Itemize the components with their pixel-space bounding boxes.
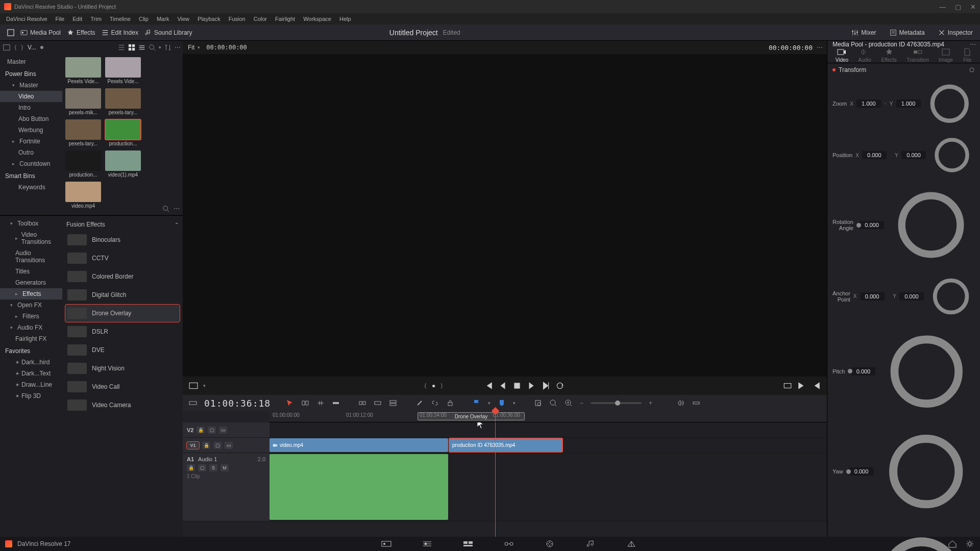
effect-item[interactable]: Binoculars xyxy=(65,231,180,248)
menu-item[interactable]: Edit xyxy=(68,16,86,22)
goto-start-icon[interactable] xyxy=(484,381,493,390)
media-thumb[interactable]: pexels-tary... xyxy=(105,88,141,115)
fx-tree-item[interactable]: Fairlight FX xyxy=(0,333,62,344)
fx-category-header[interactable]: Fusion Effects xyxy=(66,221,105,228)
timeline-view-icon[interactable] xyxy=(189,399,197,407)
menu-item[interactable]: Workspace xyxy=(299,16,335,22)
match-frame-icon[interactable] xyxy=(783,381,792,390)
inspector-tab-audio[interactable]: Audio xyxy=(858,48,871,63)
power-bins-header[interactable]: Power Bins xyxy=(0,67,62,80)
menu-item[interactable]: DaVinci Resolve xyxy=(2,16,52,22)
media-thumb[interactable]: Pexels Vide... xyxy=(105,57,141,84)
solo-button[interactable]: S xyxy=(209,464,217,471)
bin-item[interactable]: ▸Fortnite xyxy=(0,136,62,147)
fx-tree-item[interactable]: Generators xyxy=(0,277,62,288)
media-thumb[interactable]: Pexels Vide... xyxy=(65,57,101,84)
sort-icon[interactable] xyxy=(164,44,172,51)
inspector-tab-image[interactable]: Image xyxy=(939,48,953,63)
deliver-page-icon[interactable] xyxy=(626,540,636,548)
favorite-item[interactable]: ★Dark...hird xyxy=(0,357,62,368)
mixer-toggle[interactable]: Mixer xyxy=(848,28,879,37)
flag-icon[interactable] xyxy=(473,399,481,407)
edit-index-toggle[interactable]: Edit Index xyxy=(99,28,141,37)
viewer-menu-icon[interactable]: ⋯ xyxy=(817,44,822,51)
settings-icon[interactable] xyxy=(965,540,975,548)
bin-item[interactable]: ▸Countdown xyxy=(0,158,62,169)
cut-page-icon[interactable] xyxy=(422,540,432,548)
inspector-tab-video[interactable]: Video xyxy=(836,48,848,63)
effect-item[interactable]: Digital Glitch xyxy=(65,286,180,304)
yaw-input[interactable] xyxy=(849,467,874,475)
zoom-x-input[interactable] xyxy=(856,99,881,108)
loop-icon[interactable] xyxy=(555,381,565,390)
search-icon[interactable] xyxy=(149,44,156,51)
fx-tree-item[interactable]: Titles xyxy=(0,266,62,277)
overwrite-icon[interactable] xyxy=(374,399,382,407)
lock-track-icon[interactable]: 🔒 xyxy=(187,464,195,471)
bin-item[interactable]: Video xyxy=(0,91,62,102)
thumb-view-icon[interactable] xyxy=(128,44,135,51)
timeline-audio-clip[interactable] xyxy=(270,454,448,520)
reset-icon[interactable] xyxy=(887,181,975,269)
fusion-page-icon[interactable] xyxy=(504,540,514,548)
bin-master-root[interactable]: Master xyxy=(0,56,62,67)
insert-icon[interactable] xyxy=(358,399,366,407)
reset-icon[interactable] xyxy=(927,272,975,320)
media-pool-toggle[interactable]: Media Pool xyxy=(17,28,64,37)
zoom-y-input[interactable] xyxy=(896,99,921,108)
track-target-v1[interactable]: V1 xyxy=(187,442,199,449)
fx-tree-item[interactable]: ▾Audio FX xyxy=(0,322,62,333)
viewer-canvas[interactable] xyxy=(183,54,827,377)
menu-item[interactable]: Timeline xyxy=(106,16,135,22)
reset-icon[interactable] xyxy=(878,323,975,420)
effect-item[interactable]: Night Vision xyxy=(65,360,180,377)
fx-tree-item[interactable]: Audio Transitions xyxy=(0,247,62,266)
timeline-timecode[interactable]: 01:00:36:18 xyxy=(204,398,276,409)
menu-item[interactable]: Help xyxy=(335,16,355,22)
goto-end-icon[interactable] xyxy=(797,381,806,390)
bin-item[interactable]: Abo Button xyxy=(0,113,62,124)
bin-item[interactable]: Werbung xyxy=(0,124,62,136)
favorite-item[interactable]: ★Draw...Line xyxy=(0,379,62,390)
search-icon[interactable] xyxy=(162,205,169,212)
auto-select-icon[interactable]: ▢ xyxy=(208,427,216,434)
bin-item[interactable]: Keywords xyxy=(0,182,62,193)
step-back-icon[interactable] xyxy=(498,381,507,390)
disable-track-icon[interactable]: ▭ xyxy=(225,442,233,449)
inspector-tab-effects[interactable]: Effects xyxy=(881,48,896,63)
pos-x-input[interactable] xyxy=(862,151,887,159)
blade-tool-icon[interactable] xyxy=(332,399,340,407)
inspector-toggle[interactable]: Inspector xyxy=(935,28,976,37)
media-page-icon[interactable] xyxy=(381,540,391,548)
effect-item[interactable]: Colored Border xyxy=(65,268,180,285)
effect-item[interactable]: DVE xyxy=(65,341,180,359)
fx-tree-item[interactable]: ▸Effects xyxy=(0,288,62,299)
smart-bins-header[interactable]: Smart Bins xyxy=(0,169,62,182)
audio-meter-icon[interactable] xyxy=(677,399,685,407)
selection-tool-icon[interactable] xyxy=(286,399,294,407)
section-transform[interactable]: Transform xyxy=(827,63,980,77)
timeline[interactable]: Drone Overlay 01:00:00:00 01:00:12:00 01… xyxy=(183,411,827,537)
effects-toggle[interactable]: Effects xyxy=(64,28,98,37)
play-icon[interactable] xyxy=(527,381,536,390)
disable-track-icon[interactable]: ▭ xyxy=(219,427,227,434)
media-thumb[interactable]: production... xyxy=(65,151,101,178)
inspector-tab-file[interactable]: File xyxy=(963,48,972,63)
fx-tree-item[interactable]: ▸Video Transitions xyxy=(0,229,62,247)
lock-track-icon[interactable]: 🔒 xyxy=(197,427,205,434)
menu-item[interactable]: View xyxy=(173,16,193,22)
step-fwd-icon[interactable] xyxy=(541,381,550,390)
timeline-ruler[interactable]: Drone Overlay 01:00:00:00 01:00:12:00 01… xyxy=(270,411,827,422)
stop-icon[interactable] xyxy=(512,381,522,390)
color-page-icon[interactable] xyxy=(545,540,555,548)
pitch-input[interactable] xyxy=(851,367,875,375)
menu-item[interactable]: Mark xyxy=(153,16,173,22)
bin-item[interactable]: Intro xyxy=(0,102,62,113)
menu-item[interactable]: Trim xyxy=(86,16,106,22)
menu-icon[interactable]: ⋯ xyxy=(174,205,179,212)
menu-item[interactable]: Playback xyxy=(193,16,225,22)
fit-dropdown[interactable]: Fit xyxy=(188,44,194,51)
zoom-slider[interactable] xyxy=(591,402,642,404)
lock-icon[interactable] xyxy=(446,399,454,407)
inspector-tab-transition[interactable]: Transition xyxy=(906,48,929,63)
